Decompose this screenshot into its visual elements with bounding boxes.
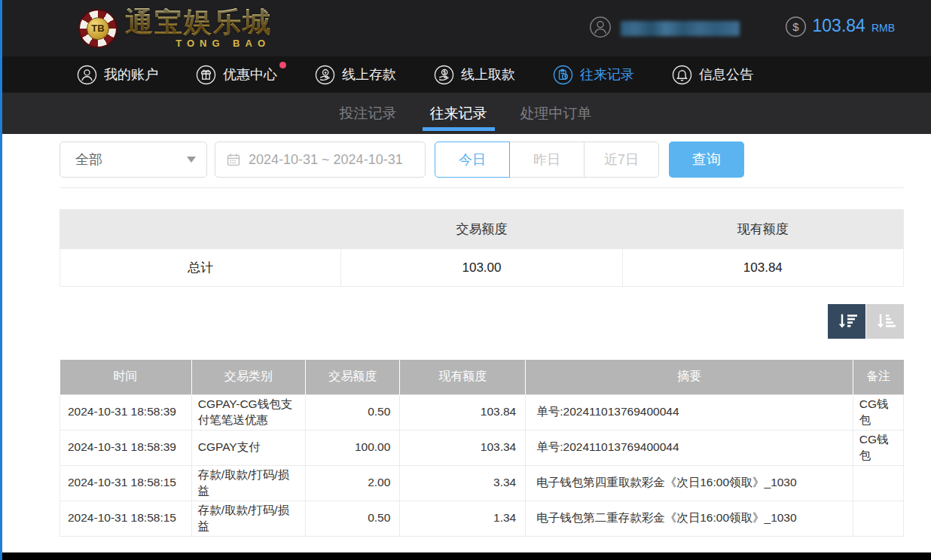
cell-balance: 3.34: [400, 465, 526, 501]
tab-label: 投注记录: [340, 104, 397, 123]
top-header: TB 通宝娱乐城 TONG BAO: [0, 0, 931, 56]
logo-title: 通宝娱乐城: [125, 8, 272, 36]
svg-text:$: $: [792, 20, 799, 33]
account-icon: [77, 65, 97, 85]
records-icon: [553, 65, 573, 85]
content: 全部 2024-10-31 ~ 2024-10-31 今日 昨日 近7日 查询: [0, 134, 931, 537]
tab-label: 处理中订单: [520, 104, 592, 123]
main-nav: 我的账户 优惠中心 线上存款: [0, 56, 931, 93]
dollar-circle-icon: $: [785, 16, 807, 41]
cell-summary: 单号:202411013769400044: [526, 394, 853, 430]
header-right: $ 103.84 RMB: [589, 0, 895, 56]
range-today-button[interactable]: 今日: [435, 142, 510, 178]
nav-item-transaction-records[interactable]: 往来记录: [553, 65, 634, 85]
sort-desc-button[interactable]: [828, 304, 865, 339]
cell-amount: 100.00: [305, 430, 399, 465]
nav-item-announcements[interactable]: 信息公告: [672, 65, 753, 85]
nav-item-online-deposit[interactable]: 线上存款: [315, 65, 396, 85]
col-header-time: 时间: [60, 360, 192, 394]
user-icon: [589, 16, 612, 41]
cell-balance: 103.34: [400, 430, 526, 465]
cell-summary: 单号:202411013769400044: [526, 430, 853, 465]
cell-summary: 电子钱包第二重存款彩金《次日16:00领取》_1030: [526, 501, 853, 536]
nav-label: 优惠中心: [223, 65, 277, 84]
summary-transaction-amount: 103.00: [341, 249, 622, 287]
nav-item-my-account[interactable]: 我的账户: [77, 65, 158, 85]
cell-type: 存款/取款/打码/损益: [191, 465, 305, 501]
date-range-value: 2024-10-31 ~ 2024-10-31: [249, 152, 403, 168]
cell-time: 2024-10-31 18:58:15: [60, 465, 192, 501]
summary-header-current: 现有额度: [622, 210, 903, 249]
username-blurred: [621, 21, 740, 36]
sort-desc-icon: [835, 310, 858, 333]
quick-range-group: 今日 昨日 近7日: [435, 142, 659, 178]
sort-controls: [60, 304, 904, 339]
records-table: 时间 交易类别 交易额度 现有额度 摘要 备注 2024-10-31 18:58…: [60, 360, 904, 537]
summary-total-row: 总计 103.00 103.84: [60, 249, 904, 287]
table-row: 2024-10-31 18:58:39 CGPAY支付 100.00 103.3…: [60, 430, 904, 465]
logo-subtitle: TONG BAO: [125, 38, 272, 48]
cell-amount: 0.50: [305, 501, 399, 536]
cell-amount: 0.50: [305, 394, 399, 430]
range-yesterday-button[interactable]: 昨日: [509, 142, 585, 178]
tab-label: 往来记录: [430, 104, 487, 123]
range-last7days-button[interactable]: 近7日: [584, 142, 659, 178]
balance-amount: 103.84: [813, 16, 865, 36]
sub-tab-bar: 投注记录 往来记录 处理中订单: [0, 93, 931, 134]
summary-total-label: 总计: [60, 249, 341, 287]
type-select[interactable]: 全部: [60, 142, 207, 178]
nav-item-online-withdraw[interactable]: 线上取款: [434, 65, 515, 85]
nav-label: 往来记录: [580, 65, 634, 84]
cell-type: 存款/取款/打码/损益: [191, 501, 305, 536]
cell-note: CG钱包: [853, 430, 903, 465]
balance[interactable]: $ 103.84 RMB: [785, 16, 895, 41]
table-row: 2024-10-31 18:58:39 CGPAY-CG钱包支付笔笔送优惠 0.…: [60, 394, 904, 430]
cell-type: CGPAY支付: [191, 430, 305, 465]
cell-note: CG钱包: [853, 394, 903, 430]
cell-time: 2024-10-31 18:58:39: [60, 430, 192, 465]
type-select-value: 全部: [75, 151, 102, 169]
cell-balance: 103.84: [400, 394, 526, 430]
tab-pending-orders[interactable]: 处理中订单: [519, 93, 594, 134]
bottom-black-bar: [2, 552, 931, 560]
balance-currency: RMB: [871, 22, 895, 34]
user-account[interactable]: [589, 16, 740, 41]
tab-transaction-records[interactable]: 往来记录: [429, 93, 489, 134]
brand-logo[interactable]: TB 通宝娱乐城 TONG BAO: [78, 8, 272, 48]
col-header-summary: 摘要: [526, 360, 853, 394]
nav-label: 我的账户: [104, 65, 158, 84]
calendar-icon: [226, 152, 241, 167]
tab-bet-records[interactable]: 投注记录: [338, 93, 398, 134]
table-row: 2024-10-31 18:58:15 存款/取款/打码/损益 0.50 1.3…: [60, 501, 904, 536]
summary-header-empty: [60, 210, 341, 249]
logo-text: 通宝娱乐城 TONG BAO: [125, 8, 272, 48]
cell-time: 2024-10-31 18:58:39: [60, 394, 192, 430]
nav-label: 线上取款: [461, 65, 515, 84]
withdraw-icon: [434, 65, 454, 85]
filter-row: 全部 2024-10-31 ~ 2024-10-31 今日 昨日 近7日 查询: [60, 142, 904, 178]
date-range-input[interactable]: 2024-10-31 ~ 2024-10-31: [215, 142, 426, 178]
nav-item-promotions[interactable]: 优惠中心: [196, 65, 277, 85]
sort-asc-button[interactable]: [866, 304, 904, 339]
col-header-amount: 交易额度: [305, 360, 399, 394]
cell-summary: 电子钱包第四重取款彩金《次日16:00领取》_1030: [526, 465, 853, 501]
summary-current-amount: 103.84: [622, 249, 903, 287]
bell-icon: [672, 65, 692, 85]
col-header-note: 备注: [853, 360, 903, 394]
nav-label: 信息公告: [699, 65, 753, 84]
notification-dot: [279, 62, 286, 68]
divider: [60, 187, 904, 188]
col-header-type: 交易类别: [191, 360, 305, 394]
gift-icon: [196, 65, 216, 85]
sort-asc-icon: [874, 310, 896, 333]
nav-label: 线上存款: [342, 65, 396, 84]
cell-time: 2024-10-31 18:58:15: [60, 501, 192, 536]
dropdown-caret-icon: [187, 157, 196, 163]
table-row: 2024-10-31 18:58:15 存款/取款/打码/损益 2.00 3.3…: [60, 465, 904, 501]
cell-note: [853, 501, 903, 536]
cell-amount: 2.00: [305, 465, 399, 501]
query-button[interactable]: 查询: [669, 142, 744, 178]
cell-balance: 1.34: [400, 501, 526, 536]
summary-header-transaction: 交易额度: [341, 210, 622, 249]
cell-note: [853, 465, 903, 501]
